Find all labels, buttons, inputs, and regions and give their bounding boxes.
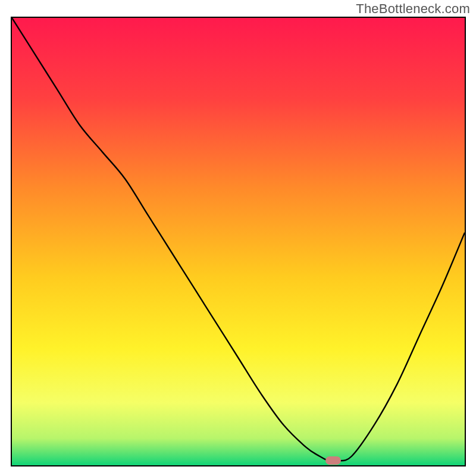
plot-area [11, 17, 466, 466]
watermark-text: TheBottleneck.com [356, 1, 470, 17]
optimal-marker [325, 456, 341, 465]
bottleneck-curve [12, 18, 465, 465]
